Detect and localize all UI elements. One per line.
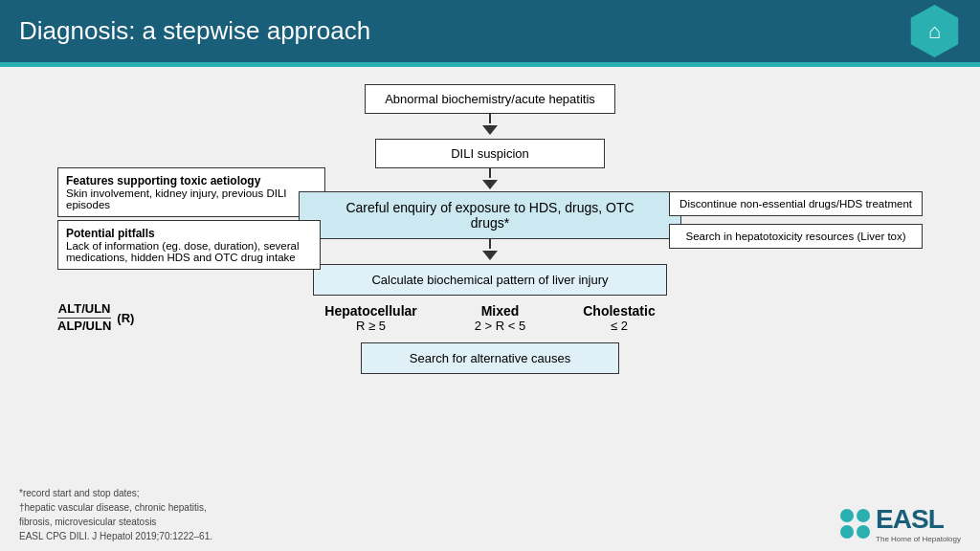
cat-hepatocellular-title: Hepatocellular: [324, 303, 416, 319]
easl-circle-4: [857, 525, 870, 539]
page-header: Diagnosis: a stepwise approach ⌂: [0, 0, 980, 62]
step4-label: Calculate biochemical pattern of liver i…: [371, 273, 608, 287]
easl-circle-1: [840, 509, 854, 522]
r-label: (R): [117, 311, 134, 325]
step4-container: Calculate biochemical pattern of liver i…: [29, 264, 951, 374]
step1-label: Abnormal biochemistry/acute hepatitis: [385, 92, 595, 106]
step5-box: Search for alternative causes: [361, 342, 619, 374]
footer: *record start and stop dates; †hepatic v…: [19, 486, 212, 543]
category-mixed: Mixed 2 > R < 5: [475, 303, 525, 333]
cat-cholestatic-value: ≤ 2: [583, 319, 655, 333]
step3-box: Careful enquiry of exposure to HDS, drug…: [299, 191, 681, 239]
flowchart: Abnormal biochemistry/acute hepatitis Fe…: [29, 84, 951, 374]
arrow-line-2: [489, 168, 491, 178]
right-note-2-label: Search in hepatotoxicity resources (Live…: [685, 231, 905, 242]
side-note-pitfalls: Potential pitfalls Lack of information (…: [57, 220, 321, 270]
home-symbol: ⌂: [928, 19, 941, 44]
main-content: Abnormal biochemistry/acute hepatitis Fe…: [0, 67, 980, 384]
footer-line1: *record start and stop dates;: [19, 486, 212, 500]
right-notes: Discontinue non-essential drugs/HDS trea…: [669, 191, 923, 249]
side-note-toxic-title: Features supporting toxic aetiology: [66, 174, 317, 187]
fraction-denominator: ALP/ULN: [57, 319, 111, 335]
step2-box: DILI suspicion: [375, 139, 605, 168]
categories-row: Hepatocellular R ≥ 5 Mixed 2 > R < 5 Cho…: [29, 303, 951, 333]
right-note-1-label: Discontinue non-essential drugs/HDS trea…: [679, 198, 912, 209]
easl-circles-row1: [840, 509, 870, 522]
step1-box: Abnormal biochemistry/acute hepatitis: [365, 84, 615, 114]
step4-box: Calculate biochemical pattern of liver i…: [313, 264, 667, 296]
footer-line2: †hepatic vascular disease, chronic hepat…: [19, 500, 212, 515]
arrow-line-3: [489, 239, 491, 249]
side-note-pitfalls-text: Lack of information (eg. dose, duration)…: [66, 240, 312, 263]
category-hepatocellular: Hepatocellular R ≥ 5: [324, 303, 416, 333]
easl-name: EASL: [876, 504, 944, 535]
step5-container: Search for alternative causes: [361, 342, 619, 374]
r-formula-container: ALT/ULN ALP/ULN (R): [57, 301, 134, 335]
easl-logo: EASL The Home of Hepatology: [840, 504, 961, 543]
step5-label: Search for alternative causes: [410, 351, 570, 365]
arrow-2: [482, 180, 498, 189]
home-icon[interactable]: ⌂: [908, 5, 961, 57]
cat-mixed-value: 2 > R < 5: [475, 319, 525, 333]
arrow-1: [482, 125, 498, 135]
arrow-3: [482, 251, 498, 260]
step2-container: Features supporting toxic aetiology Skin…: [29, 139, 951, 191]
fraction-numerator: ALT/ULN: [58, 301, 111, 318]
step1-container: Abnormal biochemistry/acute hepatitis: [29, 84, 951, 137]
right-note-2: Search in hepatotoxicity resources (Live…: [669, 224, 923, 249]
step3-label: Careful enquiry of exposure to HDS, drug…: [345, 200, 634, 231]
step3-container: Careful enquiry of exposure to HDS, drug…: [29, 191, 951, 262]
easl-text-container: EASL The Home of Hepatology: [876, 504, 961, 543]
right-note-1: Discontinue non-essential drugs/HDS trea…: [669, 191, 923, 216]
cat-cholestatic-title: Cholestatic: [583, 303, 655, 319]
r-fraction: ALT/ULN ALP/ULN: [57, 301, 111, 335]
easl-tagline: The Home of Hepatology: [876, 535, 961, 543]
easl-circles-container: [840, 509, 870, 539]
cat-mixed-title: Mixed: [475, 303, 525, 319]
footer-line3: fibrosis, microvesicular steatosis: [19, 515, 212, 529]
footer-line4: EASL CPG DILI. J Hepatol 2019;70:1222–61…: [19, 529, 212, 543]
easl-circle-3: [840, 525, 854, 539]
step2-label: DILI suspicion: [451, 146, 529, 161]
cat-hepatocellular-value: R ≥ 5: [324, 319, 416, 333]
side-note-pitfalls-title: Potential pitfalls: [66, 227, 312, 240]
arrow-line-1: [489, 114, 491, 123]
easl-circles-row2: [840, 525, 870, 539]
easl-circle-2: [857, 509, 870, 522]
category-cholestatic: Cholestatic ≤ 2: [583, 303, 655, 333]
categories-container: ALT/ULN ALP/ULN (R) Hepatocellular R ≥ 5…: [29, 303, 951, 333]
page-title: Diagnosis: a stepwise approach: [19, 16, 370, 46]
